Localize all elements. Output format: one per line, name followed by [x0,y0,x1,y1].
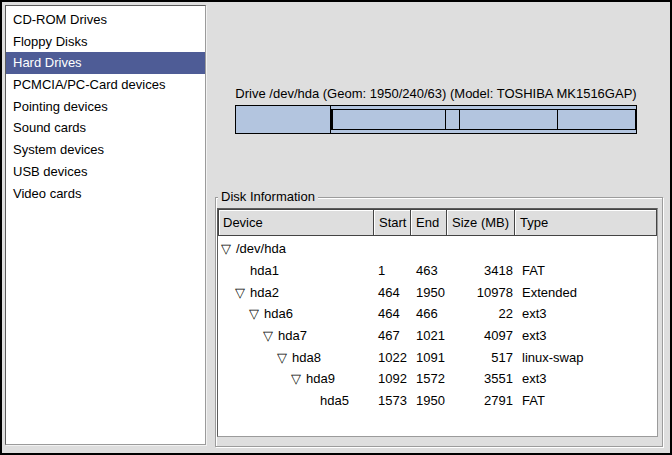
table-row-hda6[interactable]: ▽hda646446622ext3 [218,303,657,325]
column-header-end[interactable]: End [410,209,447,236]
device-cell: ▽/dev/hda [218,241,374,256]
start-cell: 1 [374,263,412,278]
drive-title: Drive /dev/hda (Geom: 1950/240/63) (Mode… [235,86,637,101]
type-cell: ext3 [518,306,657,321]
size-cell: 517 [449,350,518,365]
end-cell: 466 [412,306,449,321]
table-row-hda5[interactable]: hda5157319502791FAT [218,390,657,412]
partition-segment-hda1 [236,106,331,133]
column-header-size-mb[interactable]: Size (MB) [446,209,515,236]
expander-open-icon[interactable]: ▽ [234,285,250,300]
sidebar-item-floppy-disks[interactable]: Floppy Disks [6,31,205,53]
sidebar-item-sound-cards[interactable]: Sound cards [6,117,205,139]
column-header-device[interactable]: Device [218,209,374,236]
table-row-hda7[interactable]: ▽hda746710214097ext3 [218,325,657,347]
size-cell: 22 [449,306,518,321]
tree-indent [218,313,248,314]
device-name: hda9 [306,371,335,386]
disk-information-label: Disk Information [218,189,318,204]
expander-open-icon[interactable]: ▽ [276,350,292,365]
tree-indent [218,270,234,271]
device-cell: ▽hda6 [218,306,374,321]
device-cell: ▽hda7 [218,328,374,343]
end-cell: 1572 [412,371,449,386]
table-header-row: DeviceStartEndSize (MB)Type [218,209,657,236]
partition-segment-hda5 [558,110,635,129]
device-cell: hda5 [218,393,374,408]
table-row-dev-hda[interactable]: ▽/dev/hda [218,238,657,260]
start-cell: 464 [374,306,412,321]
size-cell: 3418 [449,263,518,278]
device-name: hda6 [264,306,293,321]
end-cell: 1950 [412,393,449,408]
device-cell: ▽hda8 [218,350,374,365]
start-cell: 1092 [374,371,412,386]
table-row-hda9[interactable]: ▽hda9109215723551ext3 [218,368,657,390]
size-cell: 4097 [449,328,518,343]
column-header-type[interactable]: Type [514,209,657,236]
device-name: hda8 [292,350,321,365]
partition-segment-hda9 [460,110,558,129]
tree-indent [218,357,276,358]
end-cell: 1091 [412,350,449,365]
start-cell: 1573 [374,393,412,408]
tree-indent [218,400,304,401]
tree-indent [218,292,234,293]
sidebar-item-usb-devices[interactable]: USB devices [6,161,205,183]
type-cell: Extended [518,285,657,300]
expander-open-icon[interactable]: ▽ [248,306,264,321]
device-cell: ▽hda9 [218,371,374,386]
end-cell: 463 [412,263,449,278]
expander-open-icon[interactable]: ▽ [262,328,278,343]
type-cell: ext3 [518,328,657,343]
expander-open-icon[interactable]: ▽ [290,371,306,386]
expander-open-icon[interactable]: ▽ [220,241,236,256]
device-name: hda5 [320,393,349,408]
device-name: /dev/hda [236,241,286,256]
table-row-hda8[interactable]: ▽hda810221091517linux-swap [218,346,657,368]
size-cell: 10978 [449,285,518,300]
end-cell: 1950 [412,285,449,300]
partition-extended-hda2 [331,109,636,130]
table-body: ▽/dev/hdahda114633418FAT▽hda246419501097… [218,236,657,412]
table-row-hda1[interactable]: hda114633418FAT [218,260,657,282]
sidebar-item-pointing-devices[interactable]: Pointing devices [6,96,205,118]
type-cell: ext3 [518,371,657,386]
device-name: hda2 [250,285,279,300]
device-cell: ▽hda2 [218,285,374,300]
device-cell: hda1 [218,263,374,278]
start-cell: 464 [374,285,412,300]
type-cell: FAT [518,263,657,278]
type-cell: linux-swap [518,350,657,365]
sidebar-item-system-devices[interactable]: System devices [6,139,205,161]
partition-bar [235,105,637,134]
partition-segment-hda7 [333,110,446,129]
tree-indent [218,335,262,336]
size-cell: 2791 [449,393,518,408]
size-cell: 3551 [449,371,518,386]
start-cell: 467 [374,328,412,343]
type-cell: FAT [518,393,657,408]
window-content: CD-ROM DrivesFloppy DisksHard DrivesPCMC… [2,2,670,453]
disk-information-table: DeviceStartEndSize (MB)Type ▽/dev/hdahda… [217,208,658,437]
column-header-start[interactable]: Start [373,209,411,236]
sidebar-item-cd-rom-drives[interactable]: CD-ROM Drives [6,9,205,31]
sidebar-list: CD-ROM DrivesFloppy DisksHard DrivesPCMC… [5,5,206,445]
table-row-hda2[interactable]: ▽hda2464195010978Extended [218,281,657,303]
device-name: hda7 [278,328,307,343]
sidebar-item-video-cards[interactable]: Video cards [6,183,205,205]
sidebar-item-pcmcia-pc-card-devices[interactable]: PCMCIA/PC-Card devices [6,74,205,96]
partition-segment-hda8 [446,110,460,129]
end-cell: 1021 [412,328,449,343]
sidebar-item-hard-drives[interactable]: Hard Drives [6,52,205,74]
start-cell: 1022 [374,350,412,365]
device-name: hda1 [250,263,279,278]
tree-indent [218,378,290,379]
